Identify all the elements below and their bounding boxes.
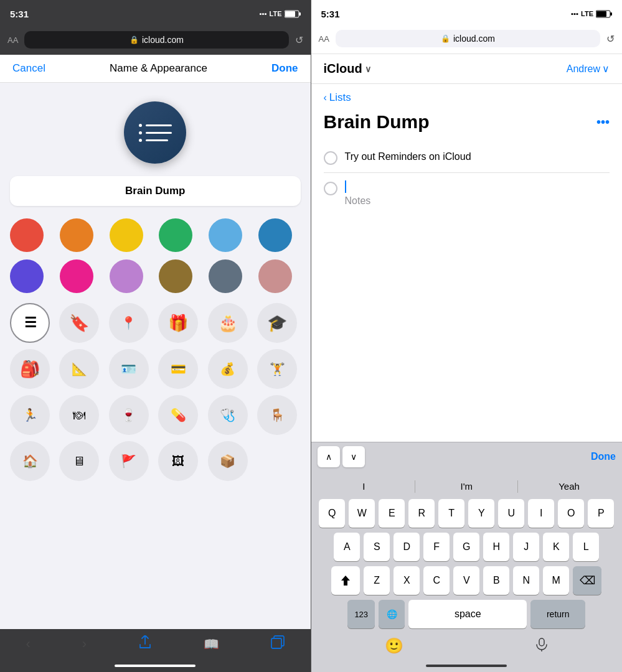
- name-field[interactable]: Brain Dump: [10, 176, 301, 206]
- icon-running[interactable]: 🏃: [10, 395, 50, 435]
- key-X[interactable]: X: [393, 566, 420, 595]
- return-button[interactable]: return: [530, 600, 585, 628]
- icon-drink[interactable]: 🍷: [109, 395, 149, 435]
- right-reload-button[interactable]: ↺: [606, 33, 615, 45]
- back-button[interactable]: ‹: [26, 636, 30, 652]
- key-W[interactable]: W: [349, 499, 375, 528]
- icon-dining[interactable]: 🍽: [59, 395, 99, 435]
- color-red[interactable]: [10, 218, 44, 252]
- right-aa-button[interactable]: AA: [319, 34, 329, 44]
- shift-button[interactable]: [331, 566, 360, 595]
- key-N[interactable]: N: [513, 566, 539, 595]
- key-Z[interactable]: Z: [364, 566, 390, 595]
- key-E[interactable]: E: [379, 499, 405, 528]
- space-button[interactable]: space: [408, 600, 527, 628]
- svg-rect-7: [539, 638, 544, 646]
- text-input-cursor[interactable]: [345, 180, 371, 193]
- left-url-address[interactable]: 🔒 icloud.com: [24, 31, 288, 49]
- right-status-bar: 5:31 ▪▪▪ LTE: [311, 0, 623, 27]
- color-lavender[interactable]: [110, 259, 143, 293]
- keyboard-up-button[interactable]: ∧: [318, 446, 340, 467]
- suggestion-3[interactable]: Yeah: [518, 478, 620, 494]
- icon-screen[interactable]: 🖥: [59, 441, 99, 481]
- numbers-button[interactable]: 123: [347, 600, 375, 628]
- icon-chair[interactable]: 🪑: [257, 395, 297, 435]
- color-blue[interactable]: [258, 218, 292, 252]
- color-pink[interactable]: [60, 259, 93, 293]
- key-L[interactable]: L: [573, 533, 599, 561]
- key-S[interactable]: S: [364, 533, 390, 561]
- key-B[interactable]: B: [483, 566, 509, 595]
- key-V[interactable]: V: [453, 566, 479, 595]
- icon-gift[interactable]: 🎁: [158, 303, 198, 343]
- icon-health[interactable]: 🩺: [208, 395, 248, 435]
- key-O[interactable]: O: [558, 499, 584, 528]
- icon-id-card[interactable]: 🪪: [109, 349, 149, 389]
- key-F[interactable]: F: [423, 533, 450, 561]
- emoji-button[interactable]: 🌐: [379, 600, 405, 628]
- color-brown[interactable]: [159, 259, 192, 293]
- key-P[interactable]: P: [588, 499, 614, 528]
- icon-flag[interactable]: 🚩: [109, 441, 149, 481]
- reminder-checkbox-1[interactable]: [324, 151, 337, 165]
- list-icon-circle[interactable]: [124, 101, 186, 164]
- microphone-icon[interactable]: [535, 638, 549, 655]
- cancel-button[interactable]: Cancel: [12, 62, 45, 75]
- key-G[interactable]: G: [453, 533, 479, 561]
- key-J[interactable]: J: [513, 533, 539, 561]
- color-light-blue[interactable]: [209, 218, 242, 252]
- suggestion-1[interactable]: I: [313, 478, 415, 494]
- done-button[interactable]: Done: [271, 62, 298, 75]
- suggestion-2[interactable]: I'm: [415, 478, 517, 494]
- key-I[interactable]: I: [528, 499, 554, 528]
- icon-frame[interactable]: 🖼: [158, 441, 198, 481]
- key-R[interactable]: R: [408, 499, 435, 528]
- left-reload-button[interactable]: ↺: [295, 34, 303, 46]
- color-yellow[interactable]: [110, 218, 143, 252]
- icon-backpack[interactable]: 🎒: [10, 349, 50, 389]
- keyboard-down-button[interactable]: ∨: [342, 446, 365, 467]
- more-options-button[interactable]: •••: [596, 115, 610, 129]
- color-green[interactable]: [159, 218, 192, 252]
- icon-box[interactable]: 📦: [208, 441, 248, 481]
- icon-bookmark[interactable]: 🔖: [59, 303, 99, 343]
- left-aa-button[interactable]: AA: [7, 35, 18, 45]
- icon-list[interactable]: ☰: [10, 303, 50, 343]
- key-Y[interactable]: Y: [468, 499, 494, 528]
- icon-medicine[interactable]: 💊: [158, 395, 198, 435]
- share-button[interactable]: [138, 635, 152, 652]
- icon-home[interactable]: 🏠: [10, 441, 50, 481]
- color-rose[interactable]: [258, 259, 292, 293]
- back-nav[interactable]: ‹ Lists: [311, 84, 623, 111]
- icon-ruler[interactable]: 📐: [59, 349, 99, 389]
- emoji-icon[interactable]: 🙂: [385, 637, 403, 655]
- right-url-address[interactable]: 🔒 icloud.com: [336, 30, 600, 47]
- brand-chevron-icon: ∨: [365, 64, 371, 74]
- icon-money[interactable]: 💰: [208, 349, 248, 389]
- icon-credit-card[interactable]: 💳: [158, 349, 198, 389]
- key-A[interactable]: A: [334, 533, 360, 561]
- delete-button[interactable]: ⌫: [573, 566, 601, 595]
- color-purple[interactable]: [10, 259, 44, 293]
- key-H[interactable]: H: [483, 533, 509, 561]
- icloud-brand[interactable]: iCloud ∨: [324, 62, 371, 76]
- color-slate[interactable]: [209, 259, 242, 293]
- key-U[interactable]: U: [498, 499, 524, 528]
- user-menu[interactable]: Andrew ∨: [567, 63, 610, 75]
- tabs-button[interactable]: [271, 635, 285, 652]
- key-C[interactable]: C: [423, 566, 450, 595]
- key-M[interactable]: M: [543, 566, 569, 595]
- bookmarks-button[interactable]: 📖: [204, 637, 219, 651]
- key-D[interactable]: D: [393, 533, 420, 561]
- icon-pin[interactable]: 📍: [109, 303, 149, 343]
- icon-cake[interactable]: 🎂: [208, 303, 248, 343]
- keyboard-done-button[interactable]: Done: [591, 451, 616, 462]
- color-orange[interactable]: [60, 218, 93, 252]
- reminder-checkbox-2[interactable]: [324, 182, 337, 195]
- forward-button[interactable]: ›: [82, 636, 87, 652]
- key-Q[interactable]: Q: [319, 499, 345, 528]
- icon-fitness[interactable]: 🏋: [257, 349, 297, 389]
- key-T[interactable]: T: [438, 499, 464, 528]
- icon-graduation[interactable]: 🎓: [257, 303, 297, 343]
- key-K[interactable]: K: [543, 533, 569, 561]
